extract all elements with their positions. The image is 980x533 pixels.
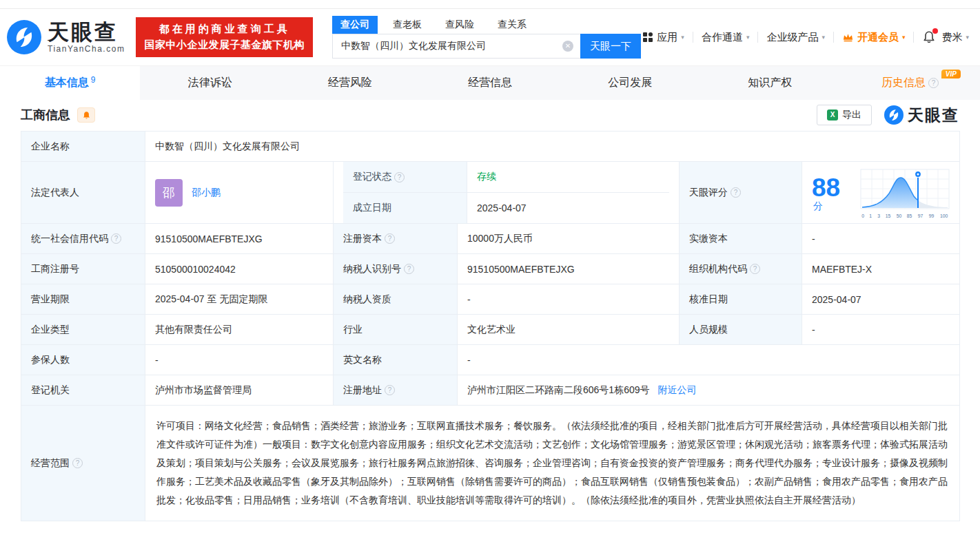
notification-bell[interactable] <box>922 30 936 44</box>
menu-vip-upgrade[interactable]: 开通会员 ▾ <box>842 31 906 44</box>
menu-partners[interactable]: 合作通道 ▾ <box>702 31 750 44</box>
status-date-subgrid: 登记状态 ? 存续 成立日期 2025-04-07 <box>334 162 680 224</box>
nearby-companies-link[interactable]: 附近公司 <box>657 384 696 395</box>
search-tab-company[interactable]: 查公司 <box>332 16 378 34</box>
top-border <box>0 0 980 9</box>
search-bar: ✕ 天眼一下 <box>332 34 641 59</box>
tianyancha-logo[interactable]: 天眼查 TianYanCha.com <box>7 20 125 54</box>
section-title: 工商信息 <box>21 107 70 123</box>
company-type-value: 其他有限责任公司 <box>145 315 334 345</box>
menu-partners-label: 合作通道 <box>702 31 743 44</box>
chevron-down-icon: ▾ <box>746 34 750 41</box>
tab-basic-info-count: 9 <box>91 75 96 85</box>
score-unit: 分 <box>813 200 823 211</box>
help-icon[interactable]: ? <box>385 385 395 395</box>
label-text: 注册资本 <box>343 233 382 245</box>
legal-rep-label: 法定代表人 <box>21 162 145 224</box>
tab-operation-risk[interactable]: 经营风险 <box>280 66 420 100</box>
search-input[interactable] <box>332 34 580 59</box>
subscribe-bell-button[interactable] <box>77 107 95 123</box>
help-icon[interactable]: ? <box>72 458 83 468</box>
search-button[interactable]: 天眼一下 <box>580 34 641 59</box>
tab-legal-proceedings[interactable]: 法律诉讼 <box>140 66 280 100</box>
menu-vip-label: 开通会员 <box>857 31 899 44</box>
tab-label: 知识产权 <box>748 76 792 90</box>
export-button[interactable]: X 导出 <box>817 105 872 125</box>
table-row: 参保人数 - 英文名称 - <box>21 345 960 375</box>
score-cell: 88分 <box>802 162 960 224</box>
label-text: 登记状态 <box>353 171 391 183</box>
tab-history-info[interactable]: VIP 历史信息 ? <box>840 66 980 100</box>
industry-value: 文化艺术业 <box>458 315 680 345</box>
chevron-down-icon: ▾ <box>821 34 825 41</box>
reg-status-value: 存续 <box>467 162 669 192</box>
approval-date-value: 2025-04-07 <box>802 284 960 315</box>
notification-dot <box>932 28 938 34</box>
english-name-label: 英文名称 <box>334 345 458 375</box>
taxpayer-id-value: 91510500MAEFBTEJXG <box>458 254 680 284</box>
business-scope-value: 许可项目：网络文化经营；食品销售；酒类经营；旅游业务；互联网直播技术服务；餐饮服… <box>145 406 960 521</box>
menu-user[interactable]: 费米 ▾ <box>941 31 969 44</box>
tianyancha-logo-icon <box>884 105 904 125</box>
reg-authority-value: 泸州市市场监督管理局 <box>145 375 334 406</box>
label-text: 天眼评分 <box>689 187 728 199</box>
legal-rep-name-link[interactable]: 邵小鹏 <box>192 187 221 199</box>
brand-watermark: 天眼查 <box>884 105 959 126</box>
slogan-line1: 都在用的商业查询工具 <box>144 23 305 36</box>
paid-capital-value: - <box>802 224 960 254</box>
label-text: 经营范围 <box>31 457 70 470</box>
menu-apps[interactable]: 应用 ▾ <box>642 31 684 44</box>
table-row: 登记状态 ? 存续 <box>343 162 669 192</box>
tab-company-development[interactable]: 公司发展 <box>560 66 700 100</box>
menu-enterprise-label: 企业级产品 <box>766 31 818 44</box>
menu-enterprise[interactable]: 企业级产品 ▾ <box>766 31 825 44</box>
org-code-label: 组织机构代码 ? <box>680 254 802 284</box>
search-tabs: 查公司 查老板 查风险 查关系 <box>332 16 641 34</box>
search-tab-relation[interactable]: 查关系 <box>489 16 535 34</box>
help-icon[interactable]: ? <box>750 264 760 274</box>
clear-input-icon[interactable]: ✕ <box>562 41 573 52</box>
table-row: 成立日期 2025-04-07 <box>343 192 669 223</box>
help-icon[interactable]: ? <box>394 172 405 182</box>
taxpayer-quality-value: - <box>458 284 680 315</box>
label-text: 注册地址 <box>343 384 382 397</box>
approval-date-label: 核准日期 <box>680 284 802 315</box>
help-icon[interactable]: ? <box>731 187 741 198</box>
tab-intellectual-property[interactable]: 知识产权 <box>700 66 840 100</box>
reg-address-value: 泸州市江阳区二环路南二段606号1栋609号 <box>467 384 650 395</box>
company-name-value: 中数智（四川）文化发展有限公司 <box>145 132 960 162</box>
tab-label: 历史信息 <box>881 76 926 90</box>
username-label: 费米 <box>941 31 962 44</box>
help-icon[interactable]: ? <box>111 233 121 244</box>
header-menu: 应用 ▾ 合作通道 ▾ 企业级产品 ▾ 开通会员 ▾ <box>642 30 969 44</box>
insured-count-value: - <box>145 345 334 375</box>
divider <box>913 32 914 43</box>
chart-x-ticks: 01 315 5085 9799 100 <box>860 213 950 219</box>
paid-capital-label: 实缴资本 <box>680 224 802 254</box>
insured-count-label: 参保人数 <box>21 345 145 375</box>
tab-operation-info[interactable]: 经营信息 <box>420 66 560 100</box>
divider <box>833 32 834 43</box>
reg-number-value: 510500010024042 <box>145 254 334 284</box>
company-type-label: 企业类型 <box>21 315 145 345</box>
tab-basic-info[interactable]: 基本信息 9 <box>0 66 140 100</box>
help-icon[interactable]: ? <box>385 233 395 244</box>
help-icon[interactable]: ? <box>404 264 414 274</box>
reg-capital-value: 10000万人民币 <box>458 224 680 254</box>
reg-status-label: 登记状态 ? <box>343 162 467 192</box>
reg-number-label: 工商注册号 <box>21 254 145 284</box>
help-icon[interactable]: ? <box>928 78 939 88</box>
table-row: 经营范围 ? 许可项目：网络文化经营；食品销售；酒类经营；旅游业务；互联网直播技… <box>21 406 960 521</box>
tianyancha-logo-icon <box>7 20 41 54</box>
search-tab-boss[interactable]: 查老板 <box>385 16 430 34</box>
english-name-value: - <box>458 345 960 375</box>
tab-label: 经营风险 <box>328 76 372 90</box>
avatar[interactable]: 邵 <box>155 179 183 207</box>
business-scope-label: 经营范围 ? <box>21 406 145 521</box>
score-value: 88分 <box>812 175 850 213</box>
reg-authority-label: 登记机关 <box>21 375 145 406</box>
search-tab-risk[interactable]: 查风险 <box>437 16 482 34</box>
tab-label: 公司发展 <box>608 76 652 90</box>
reg-address-cell: 泸州市江阳区二环路南二段606号1栋609号 附近公司 <box>458 375 960 406</box>
tab-label: 法律诉讼 <box>188 76 232 90</box>
